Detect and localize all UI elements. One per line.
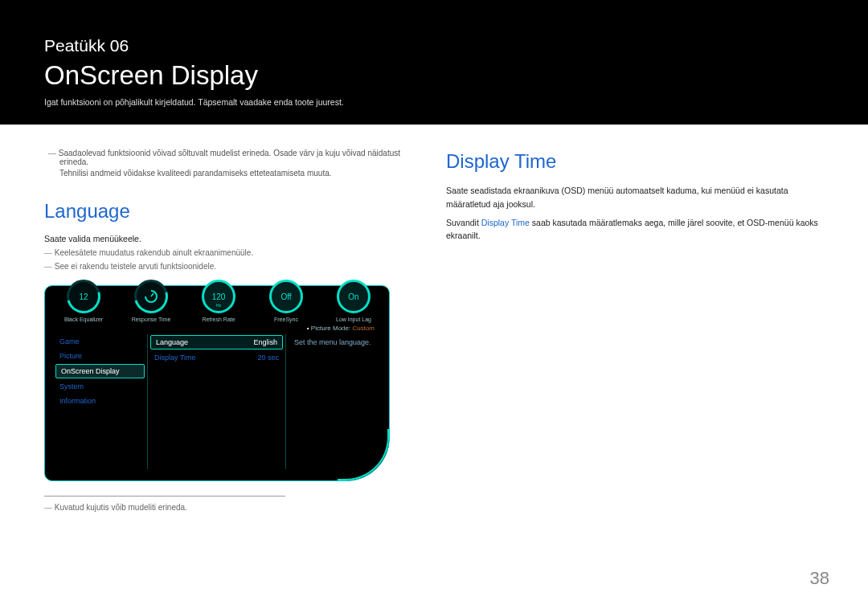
submenu-value: English <box>253 338 277 346</box>
dial-label: Black Equalizer <box>55 317 112 322</box>
dial-sub: Hz <box>204 303 233 308</box>
page-title: OnScreen Display <box>44 60 824 91</box>
language-desc-3: See ei rakendu teistele arvuti funktsioo… <box>44 262 422 271</box>
picture-mode-indicator: • Picture Mode: Custom <box>307 325 375 332</box>
dials-row: 12 Black Equalizer Response Time 120Hz R… <box>45 272 382 322</box>
page-header: Peatükk 06 OnScreen Display Igat funktsi… <box>0 0 868 125</box>
divider-line <box>44 496 285 497</box>
dial-refresh-rate: 120Hz Refresh Rate <box>190 280 247 322</box>
chapter-label: Peatükk 06 <box>44 36 824 55</box>
osd-menu-area: Game Picture OnScreen Display System Inf… <box>53 334 381 469</box>
dial-value: Off <box>280 292 291 301</box>
dial-value: 120 <box>212 292 226 301</box>
osd-corner-decoration <box>338 429 389 480</box>
header-description: Igat funktsiooni on põhjalikult kirjelda… <box>44 97 824 107</box>
dial-response-time: Response Time <box>123 280 179 322</box>
menu-item-onscreen-display[interactable]: OnScreen Display <box>55 364 145 378</box>
availability-note: Saadaolevad funktsioonid võivad sõltuval… <box>44 125 422 178</box>
image-disclaimer: Kuvatud kujutis võib mudeliti erineda. <box>44 503 422 512</box>
osd-item-description: Set the menu language. <box>286 334 381 350</box>
menu-item-system[interactable]: System <box>53 379 147 394</box>
osd-sub-menu: Language English Display Time 20 sec <box>148 334 286 469</box>
display-time-paragraph-2: Suvandit Display Time saab kasutada määr… <box>446 216 824 243</box>
dial-label: Response Time <box>123 317 179 322</box>
note-line-1: Saadaolevad funktsioonid võivad sõltuval… <box>48 149 422 166</box>
submenu-label: Language <box>156 338 188 346</box>
display-time-paragraph-1: Saate seadistada ekraanikuva (OSD) menüü… <box>446 184 824 211</box>
note-line-2: Tehnilisi andmeid võidakse kvaliteedi pa… <box>48 169 422 178</box>
language-desc-1: Saate valida menüükeele. <box>44 234 422 243</box>
submenu-label: Display Time <box>154 353 196 362</box>
dial-low-input-lag: On Low Input Lag <box>326 280 382 322</box>
dial-black-equalizer: 12 Black Equalizer <box>55 280 112 322</box>
submenu-display-time[interactable]: Display Time 20 sec <box>148 350 285 365</box>
submenu-value: 20 sec <box>257 353 279 362</box>
left-column: Saadaolevad funktsioonid võivad sõltuval… <box>44 125 422 512</box>
menu-item-information[interactable]: Information <box>53 394 147 408</box>
section-heading-language: Language <box>44 200 422 223</box>
page-number: 38 <box>810 568 829 589</box>
dial-value: On <box>348 292 358 301</box>
section-heading-display-time: Display Time <box>446 150 824 173</box>
dt-accent: Display Time <box>481 218 530 227</box>
picture-mode-label: Picture Mode: <box>311 325 353 332</box>
dial-label: FreeSync <box>258 317 314 322</box>
dial-label: Low Input Lag <box>326 317 382 322</box>
osd-screenshot: 12 Black Equalizer Response Time 120Hz R… <box>44 285 390 481</box>
dial-freesync: Off FreeSync <box>258 280 314 322</box>
dial-label: Refresh Rate <box>190 317 247 322</box>
menu-item-picture[interactable]: Picture <box>53 349 147 363</box>
dt-text-a: Suvandit <box>446 218 481 227</box>
osd-main-menu: Game Picture OnScreen Display System Inf… <box>53 334 148 469</box>
submenu-language[interactable]: Language English <box>150 335 283 349</box>
svg-line-0 <box>151 293 154 296</box>
language-desc-2: Keelesätete muudatus rakendub ainult ekr… <box>44 248 422 257</box>
picture-mode-value: Custom <box>352 325 375 332</box>
menu-item-game[interactable]: Game <box>53 334 147 349</box>
right-column: Display Time Saate seadistada ekraanikuv… <box>446 125 824 512</box>
dial-value: 12 <box>79 292 88 301</box>
